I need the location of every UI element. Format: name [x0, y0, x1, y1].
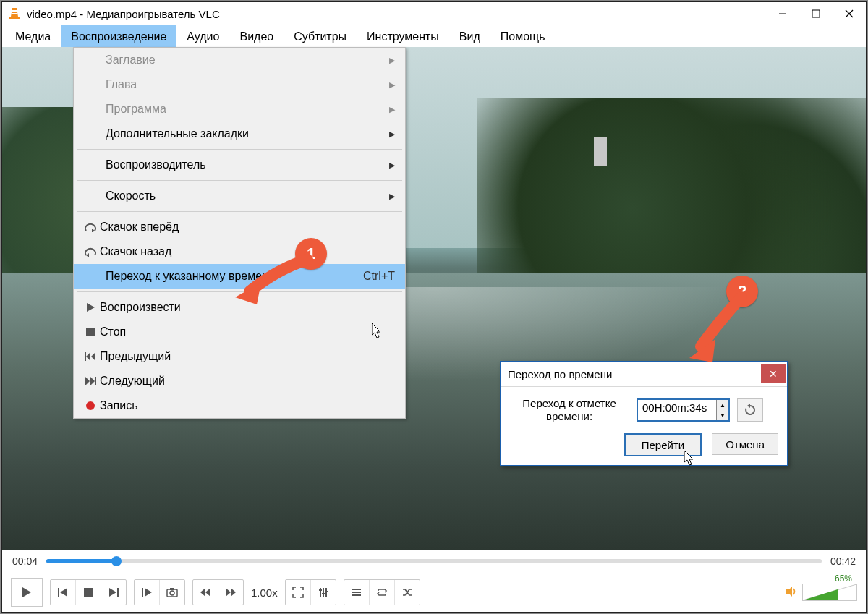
menu-видео[interactable]: Видео	[229, 25, 284, 47]
time-value[interactable]: 00H:00m:34s	[638, 400, 716, 420]
svg-marker-16	[90, 377, 95, 385]
elapsed-time[interactable]: 00:04	[12, 555, 38, 567]
menu-item[interactable]: Дополнительные закладки▶	[74, 121, 405, 146]
svg-marker-33	[226, 588, 231, 597]
refresh-icon	[744, 404, 757, 417]
menu-субтитры[interactable]: Субтитры	[284, 25, 357, 47]
svg-marker-15	[85, 377, 90, 385]
total-time[interactable]: 00:42	[830, 555, 856, 567]
seek-bar: 00:04 00:42	[2, 550, 866, 572]
svg-rect-2	[12, 13, 18, 14]
window-title: video.mp4 - Медиапроигрыватель VLC	[27, 8, 220, 20]
menu-item-label: Скорость	[106, 189, 389, 202]
rewind-icon	[200, 587, 211, 598]
titlebar: video.mp4 - Медиапроигрыватель VLC	[2, 2, 866, 25]
play-button[interactable]	[11, 578, 43, 607]
snapshot-button[interactable]	[160, 580, 184, 605]
menu-помощь[interactable]: Помощь	[490, 25, 556, 47]
menu-item-label: Следующий	[100, 375, 395, 388]
time-input[interactable]: 00H:00m:34s ▲▼	[637, 398, 730, 422]
stop-icon	[81, 327, 100, 337]
menu-item[interactable]: Стоп	[74, 320, 405, 344]
go-button-label: Перейти	[642, 439, 684, 451]
svg-line-7	[846, 10, 853, 17]
svg-rect-12	[85, 352, 86, 361]
svg-marker-20	[22, 587, 31, 597]
menu-item[interactable]: Следующий	[74, 369, 405, 393]
prev-button[interactable]	[51, 580, 76, 605]
play-icon	[81, 302, 100, 312]
menu-separator	[77, 180, 402, 181]
svg-marker-34	[231, 588, 236, 597]
menu-медиа[interactable]: Медиа	[5, 25, 61, 47]
svg-marker-32	[205, 588, 210, 597]
submenu-arrow-icon: ▶	[389, 192, 395, 201]
seek-knob[interactable]	[111, 556, 122, 566]
menu-shortcut: Ctrl+T	[363, 270, 395, 283]
svg-rect-40	[325, 591, 328, 592]
next-button[interactable]	[101, 580, 126, 605]
ext-settings-button[interactable]	[311, 580, 336, 605]
spin-up-icon[interactable]: ▲	[717, 400, 728, 410]
maximize-button[interactable]	[799, 2, 833, 25]
frame-step-button[interactable]	[135, 580, 160, 605]
svg-marker-13	[86, 352, 90, 361]
svg-marker-44	[786, 587, 792, 597]
time-spinner[interactable]: ▲▼	[716, 400, 728, 420]
fullscreen-button[interactable]	[286, 580, 311, 605]
stop-button[interactable]	[76, 580, 101, 605]
speed-button-group	[192, 579, 244, 605]
svg-rect-11	[86, 328, 95, 336]
sliders-icon	[318, 587, 329, 598]
svg-rect-3	[9, 17, 20, 19]
shuffle-icon	[401, 587, 413, 598]
playlist-button[interactable]	[344, 580, 370, 605]
spin-down-icon[interactable]: ▼	[717, 410, 728, 420]
loop-button[interactable]	[370, 580, 395, 605]
svg-rect-21	[58, 588, 59, 597]
menu-вид[interactable]: Вид	[449, 25, 490, 47]
menu-item[interactable]: Скорость▶	[74, 184, 405, 208]
dialog-close-button[interactable]: ✕	[761, 364, 786, 383]
menu-item-label: Воспроизводитель	[106, 158, 389, 171]
menu-item[interactable]: Скачок вперёд	[74, 215, 405, 239]
vlc-icon	[8, 7, 21, 20]
menu-item-label: Скачок вперёд	[100, 221, 395, 234]
faster-button[interactable]	[218, 580, 243, 605]
menu-item-label: Заглавие	[106, 54, 389, 67]
minimize-button[interactable]	[766, 2, 799, 25]
slower-button[interactable]	[193, 580, 218, 605]
record-icon	[81, 401, 100, 411]
svg-marker-14	[91, 352, 95, 361]
menu-item[interactable]: Воспроизводитель▶	[74, 153, 405, 177]
shuffle-button[interactable]	[395, 580, 420, 605]
seek-track[interactable]	[46, 559, 822, 563]
cancel-button[interactable]: Отмена	[712, 433, 778, 455]
frame-button-group	[134, 579, 185, 605]
menu-воспроизведение[interactable]: Воспроизведение	[61, 25, 176, 47]
volume-percent: 65%	[835, 574, 852, 584]
play-icon	[21, 587, 33, 598]
menu-инструменты[interactable]: Инструменты	[357, 25, 449, 47]
close-button[interactable]	[833, 2, 866, 25]
menu-separator	[77, 211, 402, 212]
reset-button[interactable]	[737, 398, 763, 422]
menu-item[interactable]: Запись	[74, 393, 405, 418]
menu-аудио[interactable]: Аудио	[176, 25, 229, 47]
menu-item[interactable]: Предыдущий	[74, 344, 405, 369]
go-button[interactable]: Перейти	[624, 433, 702, 456]
svg-rect-39	[322, 593, 325, 594]
vlc-window: video.mp4 - Медиапроигрыватель VLC Медиа…	[1, 1, 867, 613]
svg-marker-27	[145, 588, 152, 597]
volume-slider[interactable]: 65%	[802, 584, 857, 601]
speed-label[interactable]: 1.00x	[251, 587, 278, 599]
speaker-icon[interactable]	[785, 585, 798, 600]
camera-icon	[166, 587, 178, 598]
svg-rect-30	[170, 588, 174, 590]
svg-rect-23	[84, 588, 93, 597]
prev-icon	[81, 351, 100, 362]
window-controls	[766, 2, 866, 25]
view-button-group	[285, 579, 336, 605]
skip-next-icon	[108, 587, 119, 598]
dialog-title: Переход по времени	[508, 368, 612, 380]
